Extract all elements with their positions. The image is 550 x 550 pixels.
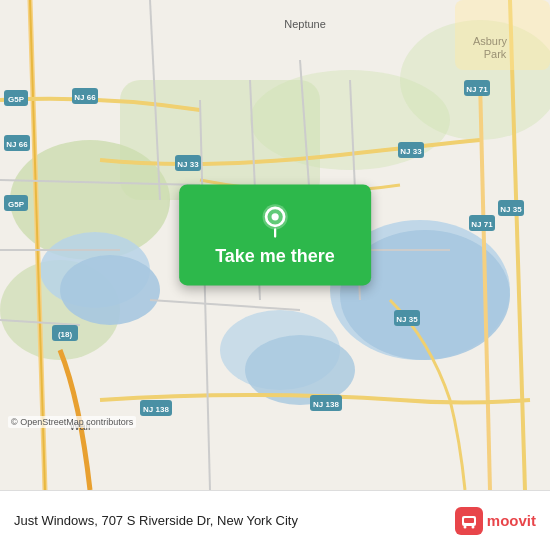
cta-overlay: Take me there xyxy=(179,184,371,285)
svg-rect-47 xyxy=(464,518,474,523)
footer-address: Just Windows, 707 S Riverside Dr, New Yo… xyxy=(14,513,298,528)
svg-text:NJ 71: NJ 71 xyxy=(466,85,488,94)
location-pin-icon xyxy=(257,202,293,238)
svg-point-48 xyxy=(463,525,466,528)
svg-text:G5P: G5P xyxy=(8,200,25,209)
map-container: G5P G5P NJ 66 NJ 66 NJ 33 NJ 33 NJ 71 NJ… xyxy=(0,0,550,490)
svg-text:G5P: G5P xyxy=(8,95,25,104)
moovit-icon xyxy=(455,507,483,535)
svg-text:Neptune: Neptune xyxy=(284,18,326,30)
moovit-logo: moovit xyxy=(455,507,536,535)
svg-text:NJ 138: NJ 138 xyxy=(143,405,169,414)
svg-point-49 xyxy=(471,525,474,528)
moovit-bus-icon xyxy=(460,512,478,530)
svg-text:NJ 33: NJ 33 xyxy=(177,160,199,169)
svg-text:NJ 66: NJ 66 xyxy=(74,93,96,102)
take-me-there-button[interactable]: Take me there xyxy=(179,184,371,285)
cta-label: Take me there xyxy=(215,246,335,267)
osm-credit: © OpenStreetMap contributors xyxy=(8,416,136,428)
svg-text:(18): (18) xyxy=(58,330,73,339)
moovit-text: moovit xyxy=(487,512,536,529)
svg-text:NJ 33: NJ 33 xyxy=(400,147,422,156)
svg-text:NJ 66: NJ 66 xyxy=(6,140,28,149)
svg-text:NJ 138: NJ 138 xyxy=(313,400,339,409)
svg-text:NJ 35: NJ 35 xyxy=(396,315,418,324)
svg-text:NJ 71: NJ 71 xyxy=(471,220,493,229)
footer-bar: Just Windows, 707 S Riverside Dr, New Yo… xyxy=(0,490,550,550)
svg-point-7 xyxy=(60,255,160,325)
svg-rect-42 xyxy=(455,0,550,70)
svg-point-45 xyxy=(271,213,278,220)
svg-text:NJ 35: NJ 35 xyxy=(500,205,522,214)
